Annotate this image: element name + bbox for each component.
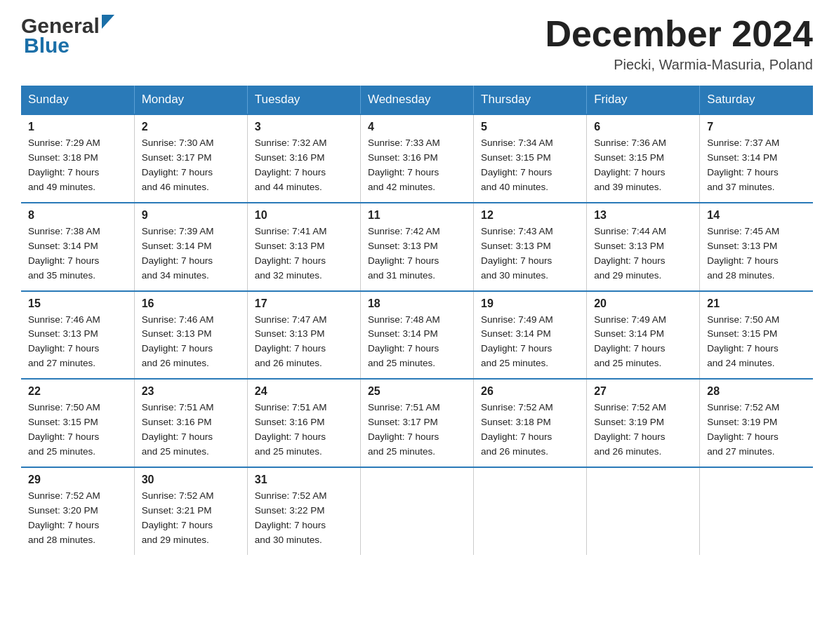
- day-of-week-friday: Friday: [587, 86, 700, 114]
- day-number: 30: [142, 474, 240, 486]
- day-info: Sunrise: 7:52 AM Sunset: 3:18 PM Dayligh…: [481, 401, 579, 459]
- day-number: 14: [707, 209, 806, 222]
- calendar-cell: 19 Sunrise: 7:49 AM Sunset: 3:14 PM Dayl…: [474, 291, 587, 380]
- day-info: Sunrise: 7:43 AM Sunset: 3:13 PM Dayligh…: [481, 224, 579, 283]
- calendar-cell: 24 Sunrise: 7:51 AM Sunset: 3:16 PM Dayl…: [247, 379, 360, 467]
- calendar-cell: 25 Sunrise: 7:51 AM Sunset: 3:17 PM Dayl…: [360, 379, 473, 467]
- week-row-5: 29 Sunrise: 7:52 AM Sunset: 3:20 PM Dayl…: [21, 467, 813, 555]
- day-number: 13: [594, 209, 692, 222]
- calendar-cell: 7 Sunrise: 7:37 AM Sunset: 3:14 PM Dayli…: [700, 114, 813, 203]
- day-info: Sunrise: 7:47 AM Sunset: 3:13 PM Dayligh…: [255, 313, 353, 372]
- day-info: Sunrise: 7:52 AM Sunset: 3:19 PM Dayligh…: [594, 401, 692, 459]
- day-number: 27: [594, 385, 692, 398]
- calendar-cell: 28 Sunrise: 7:52 AM Sunset: 3:19 PM Dayl…: [700, 379, 813, 467]
- day-number: 15: [28, 297, 127, 310]
- day-number: 23: [142, 385, 240, 398]
- day-info: Sunrise: 7:49 AM Sunset: 3:14 PM Dayligh…: [594, 313, 692, 372]
- day-of-week-wednesday: Wednesday: [360, 86, 473, 114]
- day-info: Sunrise: 7:42 AM Sunset: 3:13 PM Dayligh…: [368, 224, 466, 283]
- day-info: Sunrise: 7:50 AM Sunset: 3:15 PM Dayligh…: [707, 313, 806, 372]
- page-header: General Blue December 2024 Piecki, Warmi…: [21, 14, 813, 73]
- day-info: Sunrise: 7:48 AM Sunset: 3:14 PM Dayligh…: [368, 313, 466, 372]
- day-info: Sunrise: 7:34 AM Sunset: 3:15 PM Dayligh…: [481, 136, 579, 195]
- calendar-cell: 23 Sunrise: 7:51 AM Sunset: 3:16 PM Dayl…: [134, 379, 247, 467]
- calendar-cell: 11 Sunrise: 7:42 AM Sunset: 3:13 PM Dayl…: [360, 203, 473, 291]
- day-number: 22: [28, 385, 127, 398]
- calendar-cell: [474, 467, 587, 555]
- day-number: 9: [142, 209, 240, 222]
- day-number: 25: [368, 385, 466, 398]
- svg-marker-0: [102, 15, 114, 29]
- calendar-cell: 12 Sunrise: 7:43 AM Sunset: 3:13 PM Dayl…: [474, 203, 587, 291]
- day-number: 5: [481, 121, 579, 133]
- calendar-cell: 16 Sunrise: 7:46 AM Sunset: 3:13 PM Dayl…: [134, 291, 247, 380]
- calendar-cell: 18 Sunrise: 7:48 AM Sunset: 3:14 PM Dayl…: [360, 291, 473, 380]
- day-info: Sunrise: 7:30 AM Sunset: 3:17 PM Dayligh…: [142, 136, 240, 195]
- title-section: December 2024 Piecki, Warmia-Masuria, Po…: [545, 14, 813, 73]
- calendar-cell: 3 Sunrise: 7:32 AM Sunset: 3:16 PM Dayli…: [247, 114, 360, 203]
- day-info: Sunrise: 7:32 AM Sunset: 3:16 PM Dayligh…: [255, 136, 353, 195]
- day-info: Sunrise: 7:52 AM Sunset: 3:19 PM Dayligh…: [707, 401, 806, 459]
- day-of-week-sunday: Sunday: [21, 86, 134, 114]
- day-of-week-thursday: Thursday: [474, 86, 587, 114]
- day-of-week-saturday: Saturday: [700, 86, 813, 114]
- day-info: Sunrise: 7:45 AM Sunset: 3:13 PM Dayligh…: [707, 224, 806, 283]
- calendar-cell: 2 Sunrise: 7:30 AM Sunset: 3:17 PM Dayli…: [134, 114, 247, 203]
- day-number: 7: [707, 121, 806, 133]
- logo-triangle-icon: [102, 15, 114, 32]
- day-number: 2: [142, 121, 240, 133]
- day-info: Sunrise: 7:38 AM Sunset: 3:14 PM Dayligh…: [28, 224, 127, 283]
- day-number: 6: [594, 121, 692, 133]
- logo: General Blue: [21, 14, 114, 58]
- day-number: 12: [481, 209, 579, 222]
- day-number: 20: [594, 297, 692, 310]
- calendar-body: 1 Sunrise: 7:29 AM Sunset: 3:18 PM Dayli…: [21, 114, 813, 554]
- day-number: 29: [28, 474, 127, 486]
- calendar-cell: 6 Sunrise: 7:36 AM Sunset: 3:15 PM Dayli…: [587, 114, 700, 203]
- calendar-header: SundayMondayTuesdayWednesdayThursdayFrid…: [21, 86, 813, 114]
- day-number: 1: [28, 121, 127, 133]
- calendar-cell: 15 Sunrise: 7:46 AM Sunset: 3:13 PM Dayl…: [21, 291, 134, 380]
- calendar-cell: 30 Sunrise: 7:52 AM Sunset: 3:21 PM Dayl…: [134, 467, 247, 555]
- days-of-week-row: SundayMondayTuesdayWednesdayThursdayFrid…: [21, 86, 813, 114]
- day-info: Sunrise: 7:51 AM Sunset: 3:16 PM Dayligh…: [142, 401, 240, 459]
- day-info: Sunrise: 7:49 AM Sunset: 3:14 PM Dayligh…: [481, 313, 579, 372]
- week-row-2: 8 Sunrise: 7:38 AM Sunset: 3:14 PM Dayli…: [21, 203, 813, 291]
- calendar-cell: 21 Sunrise: 7:50 AM Sunset: 3:15 PM Dayl…: [700, 291, 813, 380]
- calendar-cell: 13 Sunrise: 7:44 AM Sunset: 3:13 PM Dayl…: [587, 203, 700, 291]
- calendar-cell: 26 Sunrise: 7:52 AM Sunset: 3:18 PM Dayl…: [474, 379, 587, 467]
- calendar-cell: [587, 467, 700, 555]
- location-subtitle: Piecki, Warmia-Masuria, Poland: [545, 57, 813, 73]
- day-info: Sunrise: 7:33 AM Sunset: 3:16 PM Dayligh…: [368, 136, 466, 195]
- calendar-cell: 22 Sunrise: 7:50 AM Sunset: 3:15 PM Dayl…: [21, 379, 134, 467]
- day-number: 21: [707, 297, 806, 310]
- day-of-week-monday: Monday: [134, 86, 247, 114]
- day-info: Sunrise: 7:36 AM Sunset: 3:15 PM Dayligh…: [594, 136, 692, 195]
- calendar-cell: 20 Sunrise: 7:49 AM Sunset: 3:14 PM Dayl…: [587, 291, 700, 380]
- day-info: Sunrise: 7:39 AM Sunset: 3:14 PM Dayligh…: [142, 224, 240, 283]
- calendar-cell: 10 Sunrise: 7:41 AM Sunset: 3:13 PM Dayl…: [247, 203, 360, 291]
- day-number: 31: [255, 474, 353, 486]
- month-year-title: December 2024: [545, 14, 813, 54]
- day-info: Sunrise: 7:52 AM Sunset: 3:21 PM Dayligh…: [142, 489, 240, 548]
- day-number: 18: [368, 297, 466, 310]
- calendar-table: SundayMondayTuesdayWednesdayThursdayFrid…: [21, 86, 813, 554]
- day-info: Sunrise: 7:46 AM Sunset: 3:13 PM Dayligh…: [28, 313, 127, 372]
- calendar-cell: 4 Sunrise: 7:33 AM Sunset: 3:16 PM Dayli…: [360, 114, 473, 203]
- day-number: 19: [481, 297, 579, 310]
- day-number: 17: [255, 297, 353, 310]
- day-of-week-tuesday: Tuesday: [247, 86, 360, 114]
- day-number: 16: [142, 297, 240, 310]
- day-number: 28: [707, 385, 806, 398]
- day-info: Sunrise: 7:37 AM Sunset: 3:14 PM Dayligh…: [707, 136, 806, 195]
- day-info: Sunrise: 7:51 AM Sunset: 3:16 PM Dayligh…: [255, 401, 353, 459]
- day-number: 24: [255, 385, 353, 398]
- logo-blue-text: Blue: [24, 34, 70, 58]
- day-info: Sunrise: 7:29 AM Sunset: 3:18 PM Dayligh…: [28, 136, 127, 195]
- calendar-cell: 31 Sunrise: 7:52 AM Sunset: 3:22 PM Dayl…: [247, 467, 360, 555]
- calendar-cell: [700, 467, 813, 555]
- week-row-4: 22 Sunrise: 7:50 AM Sunset: 3:15 PM Dayl…: [21, 379, 813, 467]
- calendar-cell: 8 Sunrise: 7:38 AM Sunset: 3:14 PM Dayli…: [21, 203, 134, 291]
- calendar-cell: 29 Sunrise: 7:52 AM Sunset: 3:20 PM Dayl…: [21, 467, 134, 555]
- day-info: Sunrise: 7:44 AM Sunset: 3:13 PM Dayligh…: [594, 224, 692, 283]
